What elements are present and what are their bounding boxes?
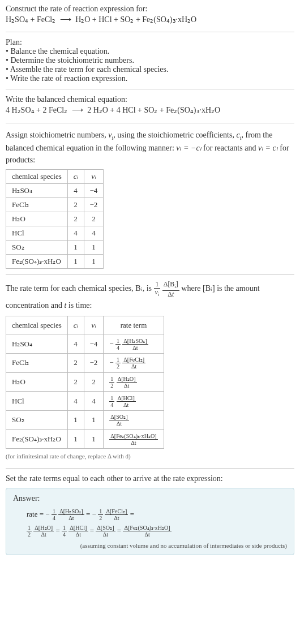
cell-v: 1 — [84, 255, 104, 269]
cell-species: H₂SO₄ — [6, 184, 68, 198]
stoich-intro: Assign stoichiometric numbers, νi, using… — [6, 129, 294, 166]
cell-species: H₂O — [6, 372, 68, 392]
cell-species: H₂SO₄ — [6, 334, 68, 354]
plan-label: Plan: — [6, 38, 294, 47]
balanced-label: Write the balanced chemical equation: — [6, 95, 294, 104]
cell-v: 1 — [84, 430, 104, 449]
rate-term-table: chemical species cᵢ νᵢ rate term H₂SO₄ 4… — [6, 316, 164, 449]
delta-fraction: Δ[HCl]Δt — [117, 395, 136, 408]
answer-note: (assuming constant volume and no accumul… — [13, 542, 287, 549]
cell-c: 4 — [67, 334, 84, 354]
divider — [6, 123, 294, 123]
sign: − — [109, 358, 113, 367]
text: for reactants and — [202, 144, 258, 152]
col-rate: rate term — [104, 316, 164, 334]
cell-c: 4 — [67, 392, 84, 411]
rate-term-footnote: (for infinitesimal rate of change, repla… — [6, 451, 294, 462]
table-row: FeCl₂2−2 — [6, 198, 104, 212]
divider — [6, 274, 294, 275]
table-header-row: chemical species cᵢ νᵢ — [6, 170, 104, 184]
cell-c: 4 — [67, 226, 84, 241]
balanced-section: Write the balanced chemical equation: 4 … — [6, 95, 294, 117]
cell-c: 2 — [67, 353, 84, 372]
cell-v: 2 — [84, 372, 104, 392]
arrow-icon: ⟶ — [58, 15, 74, 24]
rule: νᵢ = cᵢ — [258, 144, 278, 152]
plan-section: Plan: • Balance the chemical equation. •… — [6, 38, 294, 83]
coef-fraction: 14 — [115, 338, 121, 351]
stoich-section: Assign stoichiometric numbers, νi, using… — [6, 129, 294, 269]
delta-fraction: Δ[H₂O]Δt — [117, 376, 137, 389]
cell-v: −2 — [84, 353, 104, 372]
plan-item: • Determine the stoichiometric numbers. — [6, 56, 294, 65]
arrow-icon: ⟶ — [70, 106, 85, 114]
rate-prefix: rate = — [27, 510, 45, 518]
cell-c: 1 — [67, 410, 84, 430]
delta-fraction: Δ[H₂O]Δt — [33, 525, 54, 538]
cell-c: 1 — [67, 430, 84, 449]
col-c: cᵢ — [67, 316, 84, 334]
table-row: H₂SO₄4−4 — [6, 184, 104, 198]
divider — [6, 32, 294, 32]
stoich-table: chemical species cᵢ νᵢ H₂SO₄4−4 FeCl₂2−2… — [6, 169, 104, 269]
cell-species: FeCl₂ — [6, 198, 68, 212]
delta-fraction: Δ[FeCl₂]Δt — [105, 508, 128, 521]
col-c: cᵢ — [67, 170, 84, 184]
delta-fraction: Δ[Fe₂(SO₄)₃·xH₂O]Δt — [123, 525, 171, 538]
products: 2 H₂O + 4 HCl + SO₂ + Fe₂(SO₄)₃·xH₂O — [87, 106, 220, 114]
table-row: H₂O 2 2 12 Δ[H₂O]Δt — [6, 372, 164, 392]
delta-fraction: Δ[SO₂]Δt — [109, 414, 128, 427]
cell-c: 1 — [67, 255, 84, 269]
sign: − — [109, 339, 113, 347]
cell-rate: 14 Δ[HCl]Δt — [104, 392, 164, 411]
cell-rate: − 14 Δ[H₂SO₄]Δt — [104, 334, 164, 354]
answer-box: Answer: rate = − 14 Δ[H₂SO₄]Δt = − 12 Δ[… — [6, 488, 294, 555]
delta-fraction: Δ[H₂SO₄]Δt — [122, 338, 148, 351]
delta-fraction: Δ[FeCl₂]Δt — [122, 357, 145, 370]
col-species: chemical species — [6, 170, 68, 184]
cell-v: 4 — [84, 226, 104, 241]
cell-species: H₂O — [6, 212, 68, 226]
coef-fraction: 14 — [109, 395, 114, 408]
table-row: Fe₂(SO₄)₃·xH₂O 1 1 Δ[Fe₂(SO₄)₃·xH₂O]Δt — [6, 430, 164, 449]
delta-fraction: Δ[H₂SO₄]Δt — [58, 508, 84, 521]
cell-rate: Δ[SO₂]Δt — [104, 410, 164, 430]
cell-species: HCl — [6, 226, 68, 241]
set-equal-text: Set the rate terms equal to each other t… — [6, 474, 294, 483]
text: Assign stoichiometric numbers, — [6, 131, 108, 139]
text: , using the stoichiometric coefficients, — [113, 131, 236, 139]
divider — [6, 89, 294, 89]
table-row: H₂SO₄ 4 −4 − 14 Δ[H₂SO₄]Δt — [6, 334, 164, 354]
cell-species: SO₂ — [6, 410, 68, 430]
table-row: SO₂11 — [6, 241, 104, 255]
products: H₂O + HCl + SO₂ + Fe₂(SO₄)₃·xH₂O — [75, 15, 196, 24]
cell-rate: Δ[Fe₂(SO₄)₃·xH₂O]Δt — [104, 430, 164, 449]
coef-fraction: 12 — [109, 376, 114, 389]
text: is time: — [66, 301, 92, 310]
cell-v: 4 — [84, 392, 104, 411]
cell-rate: 12 Δ[H₂O]Δt — [104, 372, 164, 392]
cell-species: Fe₂(SO₄)₃·xH₂O — [6, 430, 68, 449]
plan-item: • Balance the chemical equation. — [6, 47, 294, 56]
table-row: SO₂ 1 1 Δ[SO₂]Δt — [6, 410, 164, 430]
cell-species: HCl — [6, 392, 68, 411]
coef-fraction: 12 — [27, 525, 32, 538]
coef-fraction: 12 — [98, 508, 103, 521]
delta-fraction: Δ[HCl]Δt — [68, 525, 88, 538]
cell-rate: − 12 Δ[FeCl₂]Δt — [104, 353, 164, 372]
rule: νᵢ = −cᵢ — [176, 144, 201, 152]
table-row: H₂O22 — [6, 212, 104, 226]
coef-fraction: 12 — [115, 357, 121, 370]
delta-fraction: Δ[SO₂]Δt — [96, 525, 115, 538]
table-header-row: chemical species cᵢ νᵢ rate term — [6, 316, 164, 334]
rate-term-intro: The rate term for each chemical species,… — [6, 281, 294, 312]
divider — [6, 468, 294, 469]
cell-v: 1 — [84, 410, 104, 430]
cell-species: FeCl₂ — [6, 353, 68, 372]
unbalanced-equation: H₂SO₄ + FeCl₂ ⟶ H₂O + HCl + SO₂ + Fe₂(SO… — [6, 14, 294, 26]
fraction: Δ[Bi]Δt — [162, 281, 179, 298]
cell-v: −2 — [84, 198, 104, 212]
table-row: HCl44 — [6, 226, 104, 241]
problem-title: Construct the rate of reaction expressio… — [6, 5, 294, 14]
cell-c: 2 — [67, 212, 84, 226]
